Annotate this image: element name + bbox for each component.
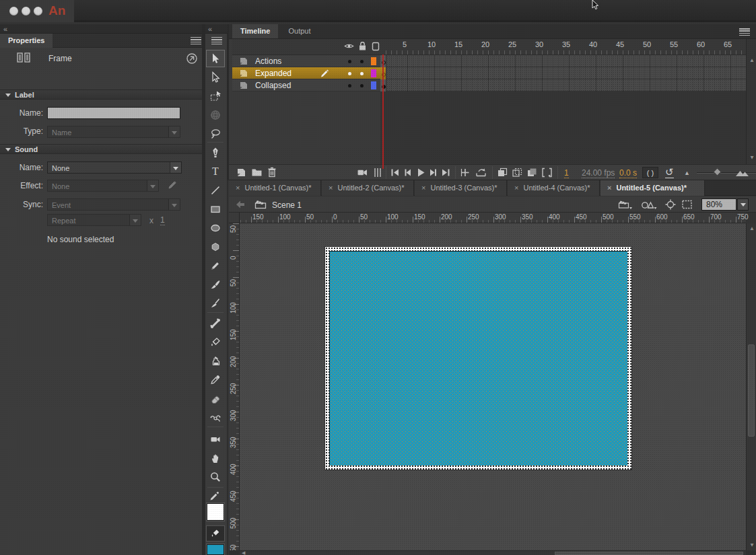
sound-repeat-dropdown[interactable]: Repeat (47, 214, 141, 226)
export-animation-button[interactable] (475, 168, 487, 177)
show-hide-all-layers-eye-icon[interactable] (344, 42, 354, 50)
vertical-ruler[interactable]: 50050100150200250300350400450500550 (229, 223, 240, 550)
tab-output[interactable]: Output (281, 24, 319, 38)
timeline-frame-grid[interactable] (380, 55, 746, 91)
go-to-last-frame-button[interactable] (441, 168, 450, 177)
layer-list-empty-area[interactable] (232, 91, 380, 164)
edit-multiple-frames-button[interactable] (526, 168, 537, 178)
label-name-input[interactable] (47, 107, 180, 119)
edit-scene-button[interactable] (618, 199, 633, 210)
timeline-zoom-out-icon[interactable]: ▲ (684, 170, 690, 176)
tool-fluid-brush[interactable] (206, 276, 225, 293)
layer-lock-dot[interactable] (360, 60, 364, 63)
timeline-zoom-in-icon[interactable] (735, 169, 750, 177)
layer-lock-dot[interactable] (360, 84, 364, 87)
new-folder-button[interactable] (251, 168, 263, 177)
scroll-down-arrow-icon[interactable]: ▲ (749, 155, 755, 160)
show-layers-as-outlines-icon[interactable] (372, 42, 380, 51)
close-tab-icon[interactable]: × (607, 180, 611, 196)
section-header-label[interactable]: Label (0, 89, 202, 100)
tool-free-transform[interactable] (206, 87, 225, 105)
layer-row-collapsed[interactable]: Collapsed (232, 79, 380, 91)
reset-timeline-zoom-button[interactable]: ↺ (665, 166, 674, 178)
tool-text[interactable]: T (206, 163, 225, 180)
timeline-frame-ruler[interactable]: 1 5101520253035404550556065 (380, 39, 746, 55)
layer-row-expanded[interactable]: Expanded (232, 67, 380, 79)
timeline-zoom-slider-thumb[interactable] (713, 168, 722, 176)
horizontal-ruler[interactable]: 1501005005010015020025030035040045050055… (240, 213, 746, 223)
close-tab-icon[interactable]: × (421, 180, 425, 196)
label-type-dropdown[interactable]: Name (47, 126, 180, 138)
stage-zoom-dropdown-arrow[interactable] (737, 198, 749, 211)
tool-bone[interactable] (206, 315, 225, 332)
layer-color-swatch[interactable] (371, 57, 376, 65)
tools-panel-menu-icon[interactable] (211, 37, 222, 44)
scroll-up-arrow-icon[interactable]: ▲ (749, 58, 755, 63)
window-minimize-button[interactable] (22, 7, 30, 15)
canvas-vertical-scrollbar[interactable]: ▲ ▲ (746, 223, 756, 550)
layer-lock-dot[interactable] (360, 72, 364, 75)
tool-selection[interactable] (206, 50, 225, 67)
stage-zoom-field[interactable]: 80% (701, 198, 736, 211)
layer-row-actions[interactable]: Actions (232, 55, 380, 67)
go-to-first-frame-button[interactable] (390, 168, 400, 177)
fill-color-swatch[interactable] (207, 544, 224, 555)
loop-count-value[interactable]: 1 (160, 215, 165, 225)
modify-markers-button[interactable] (541, 168, 553, 178)
tab-properties[interactable]: Properties (0, 34, 53, 48)
canvas-horizontal-scrollbar[interactable]: ◀ (240, 550, 746, 555)
scroll-left-arrow-icon[interactable]: ◀ (242, 550, 245, 555)
tool-oval[interactable] (206, 219, 225, 237)
add-camera-button[interactable] (357, 168, 368, 177)
frame-grid-empty-area[interactable] (380, 91, 746, 164)
layer-visibility-dot[interactable] (348, 72, 351, 75)
collapse-panel-icon[interactable]: « (3, 25, 7, 33)
delete-layer-trash-button[interactable] (267, 167, 277, 178)
close-tab-icon[interactable]: × (329, 180, 333, 196)
current-frame-field[interactable]: 1 (564, 168, 569, 178)
tool-asset-warp[interactable] (206, 409, 225, 427)
sound-effect-dropdown[interactable]: None (47, 180, 159, 192)
tool-pen[interactable] (206, 144, 225, 161)
tool-pencil[interactable] (206, 257, 225, 274)
step-forward-one-frame-button[interactable] (428, 168, 438, 177)
scene-name-breadcrumb[interactable]: Scene 1 (272, 200, 302, 210)
step-back-one-frame-button[interactable] (403, 168, 413, 177)
new-layer-button[interactable] (236, 168, 246, 178)
tool-ink-bottle[interactable] (206, 353, 225, 370)
pasteboard[interactable] (240, 223, 746, 550)
stroke-color-swatch[interactable] (207, 503, 224, 521)
layer-visibility-dot[interactable] (348, 60, 351, 63)
window-zoom-button[interactable] (34, 7, 42, 15)
clip-content-outside-stage-button[interactable] (681, 199, 693, 210)
document-tab-untitled-3[interactable]: ×Untitled-3 (Canvas)* (415, 180, 507, 196)
layer-color-swatch[interactable] (371, 81, 376, 89)
elapsed-time-field[interactable]: 0.0 s (619, 168, 637, 178)
timeline-scrollbar[interactable]: ▲ ▲ (746, 39, 756, 164)
close-tab-icon[interactable]: × (236, 180, 240, 196)
scroll-up-arrow-icon[interactable]: ▲ (749, 226, 755, 231)
tool-rectangle[interactable] (206, 200, 225, 218)
close-tab-icon[interactable]: × (514, 180, 518, 196)
scroll-down-arrow-icon[interactable]: ▲ (749, 542, 755, 548)
edit-symbols-button[interactable] (641, 199, 657, 210)
selected-rectangle-shape[interactable] (329, 251, 627, 466)
insert-frame-button[interactable] (460, 168, 471, 177)
tool-eyedropper[interactable] (206, 371, 225, 389)
document-tab-untitled-2[interactable]: ×Untitled-2 (Canvas)* (322, 180, 414, 196)
document-tab-untitled-1[interactable]: ×Untitled-1 (Canvas)* (229, 180, 321, 196)
play-button[interactable] (416, 168, 425, 178)
stage[interactable] (325, 247, 631, 470)
tool-eraser[interactable] (206, 390, 225, 408)
tool-subselection[interactable] (206, 69, 225, 86)
tool-classic-brush[interactable] (206, 295, 225, 312)
timeline-panel-menu-icon[interactable] (739, 28, 750, 36)
center-frame-button[interactable] (665, 199, 676, 210)
tool-camera[interactable] (206, 431, 225, 448)
convert-to-symbol-icon[interactable] (186, 52, 198, 65)
lock-unlock-all-layers-lock-icon[interactable] (358, 41, 367, 51)
frame-rate-field[interactable]: 24.00 fps (582, 168, 615, 178)
sound-name-dropdown[interactable]: None (47, 161, 182, 174)
show-layer-depth-button[interactable] (374, 168, 382, 178)
fill-color-bucket-icon[interactable] (206, 525, 225, 542)
